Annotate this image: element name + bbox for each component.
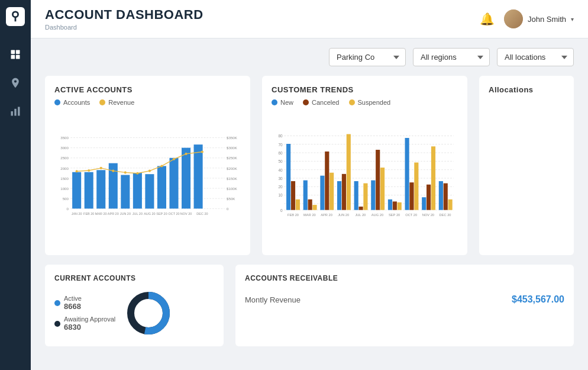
svg-point-56 <box>100 167 102 169</box>
svg-point-61 <box>160 165 163 167</box>
svg-text:$150K: $150K <box>227 176 238 181</box>
svg-rect-116 <box>422 197 426 210</box>
location-filter[interactable]: All locations Location 1 <box>497 48 574 66</box>
header-right: 🔔 John Smith ▾ <box>480 9 574 28</box>
legend-new: New <box>272 99 293 106</box>
svg-rect-6 <box>14 109 16 116</box>
svg-text:FEB 20: FEB 20 <box>83 212 94 215</box>
svg-rect-89 <box>308 200 312 210</box>
ca-active: Active 8668 <box>54 295 115 311</box>
svg-text:JUN 20: JUN 20 <box>120 212 131 215</box>
active-dot <box>54 300 60 306</box>
svg-text:$100K: $100K <box>227 186 238 191</box>
svg-rect-5 <box>11 111 13 116</box>
svg-rect-36 <box>96 170 105 208</box>
sidebar-item-dashboard[interactable] <box>5 44 26 65</box>
svg-text:1000: 1000 <box>60 186 69 191</box>
page-title: ACCOUNT DASHBOARD <box>45 7 203 22</box>
ar-monthly-label: Montly Revenue <box>245 295 301 304</box>
svg-rect-84 <box>286 144 290 210</box>
region-filter[interactable]: All regions Region 1 <box>413 48 490 66</box>
svg-rect-117 <box>427 185 431 210</box>
svg-text:NOV 20: NOV 20 <box>422 213 434 217</box>
svg-rect-113 <box>409 182 413 210</box>
svg-rect-100 <box>354 181 358 210</box>
svg-rect-86 <box>296 200 300 210</box>
sidebar-logo <box>6 7 25 26</box>
sidebar-item-reports[interactable] <box>5 101 26 122</box>
svg-text:0: 0 <box>67 207 69 211</box>
svg-point-54 <box>76 170 78 172</box>
svg-rect-44 <box>145 174 154 208</box>
awaiting-info: Awaiting Approval 6830 <box>64 316 115 332</box>
svg-point-60 <box>148 170 151 172</box>
svg-text:0: 0 <box>227 207 229 211</box>
svg-rect-34 <box>85 172 93 209</box>
awaiting-dot <box>54 321 60 327</box>
svg-rect-118 <box>431 146 435 210</box>
donut-chart <box>125 289 172 337</box>
svg-rect-46 <box>157 166 166 208</box>
svg-text:50: 50 <box>278 159 283 163</box>
legend-revenue: Revenue <box>99 99 134 106</box>
svg-rect-88 <box>303 181 308 210</box>
svg-text:OCT 20: OCT 20 <box>168 212 179 215</box>
breadcrumb: Dashboard <box>45 24 203 31</box>
active-accounts-svg: 3500 3000 2500 2000 1500 1000 500 0 $350… <box>54 113 241 243</box>
legend-accounts: Accounts <box>54 99 90 106</box>
svg-text:DEC 20: DEC 20 <box>440 213 451 217</box>
header: ACCOUNT DASHBOARD Dashboard 🔔 John Smith… <box>31 0 588 38</box>
bell-icon[interactable]: 🔔 <box>480 12 495 26</box>
svg-text:$300K: $300K <box>227 146 238 150</box>
svg-rect-109 <box>393 201 397 210</box>
active-accounts-svg-container: 3500 3000 2500 2000 1500 1000 500 0 $350… <box>54 113 241 246</box>
svg-rect-32 <box>72 172 81 209</box>
svg-text:OCT 20: OCT 20 <box>405 213 417 217</box>
svg-point-57 <box>112 170 114 172</box>
new-label: New <box>280 99 293 106</box>
svg-point-59 <box>136 172 138 175</box>
svg-text:APR 20: APR 20 <box>108 212 119 215</box>
new-dot <box>272 99 277 105</box>
svg-rect-97 <box>342 174 346 210</box>
svg-rect-48 <box>169 158 178 209</box>
svg-rect-94 <box>329 173 334 210</box>
company-filter[interactable]: Parking Co Company B <box>329 48 406 66</box>
svg-text:500: 500 <box>63 197 69 201</box>
main-content: ACCOUNT DASHBOARD Dashboard 🔔 John Smith… <box>31 0 588 370</box>
svg-text:20: 20 <box>278 185 283 189</box>
suspended-label: Suspended <box>358 99 391 106</box>
svg-rect-2 <box>16 50 20 54</box>
svg-text:AUG 20: AUG 20 <box>371 213 383 217</box>
current-accounts-title: CURRENT ACCOUNTS <box>54 274 214 282</box>
svg-text:FEB 20: FEB 20 <box>287 213 299 217</box>
svg-point-64 <box>201 150 203 153</box>
svg-text:3500: 3500 <box>60 136 69 140</box>
svg-text:1500: 1500 <box>60 176 69 181</box>
accounts-receivable-card: ACCOUNTS RECEIVABLE Montly Revenue $453,… <box>235 265 574 346</box>
active-value: 8668 <box>64 302 82 311</box>
svg-text:SEP 20: SEP 20 <box>389 213 400 217</box>
svg-rect-114 <box>414 163 418 210</box>
svg-rect-112 <box>405 138 409 210</box>
user-menu[interactable]: John Smith ▾ <box>504 9 574 28</box>
accounts-label: Accounts <box>63 99 90 106</box>
svg-rect-122 <box>448 200 453 210</box>
avatar <box>504 9 523 28</box>
svg-text:JUL 20: JUL 20 <box>355 213 366 217</box>
allocations-card: Allocations <box>479 76 574 255</box>
bottom-row: CURRENT ACCOUNTS Active 8668 <box>45 265 574 346</box>
content-area: Parking Co Company B All regions Region … <box>31 38 588 370</box>
svg-rect-50 <box>182 148 190 209</box>
revenue-label: Revenue <box>108 99 134 106</box>
svg-rect-40 <box>121 175 130 209</box>
sidebar-item-location[interactable] <box>5 72 26 94</box>
svg-rect-1 <box>11 50 15 54</box>
customer-trends-title: CUSTOMER TRENDS <box>272 85 458 94</box>
svg-rect-120 <box>439 181 443 210</box>
svg-text:APR 20: APR 20 <box>321 213 332 217</box>
svg-rect-93 <box>325 152 329 210</box>
svg-text:40: 40 <box>278 168 283 172</box>
active-accounts-legend: Accounts Revenue <box>54 99 241 106</box>
accounts-receivable-title: ACCOUNTS RECEIVABLE <box>245 274 564 282</box>
